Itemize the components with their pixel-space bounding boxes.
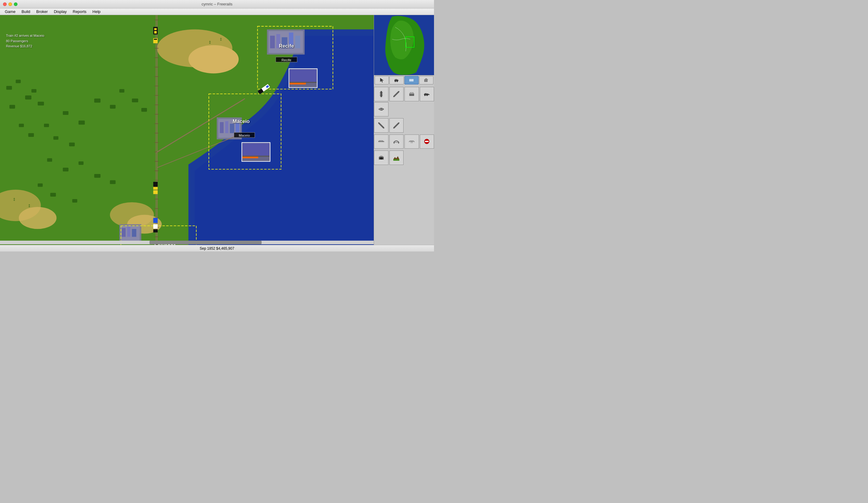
- tool-station[interactable]: [404, 87, 419, 101]
- svg-rect-35: [270, 35, 275, 48]
- svg-rect-163: [382, 141, 383, 142]
- svg-point-149: [425, 95, 426, 96]
- notification-line1: Train #2 arrives at Maceio: [6, 33, 44, 39]
- svg-rect-151: [428, 94, 430, 95]
- svg-rect-99: [290, 69, 317, 82]
- svg-rect-7: [6, 86, 12, 90]
- tool-track-diag2[interactable]: [389, 118, 404, 133]
- svg-rect-18: [53, 136, 59, 140]
- minimap-svg: [374, 15, 434, 75]
- svg-rect-12: [38, 102, 44, 105]
- svg-rect-97: [153, 182, 158, 187]
- menu-build[interactable]: Build: [19, 9, 32, 14]
- svg-rect-30: [38, 183, 43, 187]
- notification-line2: 80 Passengers: [6, 39, 44, 44]
- close-button[interactable]: [3, 2, 7, 6]
- menu-broker[interactable]: Broker: [34, 9, 50, 14]
- svg-rect-10: [9, 105, 15, 109]
- svg-rect-9: [25, 95, 31, 100]
- tool-track-diag1[interactable]: [374, 118, 389, 133]
- mode-buttons: [374, 75, 434, 85]
- minimap[interactable]: [374, 15, 434, 75]
- svg-rect-161: [379, 141, 380, 142]
- svg-rect-86: [154, 31, 157, 33]
- train-mode-icon: [394, 78, 399, 83]
- svg-rect-49: [127, 227, 130, 237]
- svg-rect-14: [28, 133, 34, 137]
- menu-reports[interactable]: Reports: [70, 9, 89, 14]
- svg-point-150: [427, 95, 428, 96]
- svg-rect-11: [31, 89, 37, 93]
- tool-track-ns[interactable]: [374, 87, 389, 101]
- svg-text:Maceio: Maceio: [233, 119, 249, 124]
- notification-line3: Revenue $16,872: [6, 44, 44, 49]
- svg-rect-95: [153, 224, 158, 229]
- svg-rect-96: [153, 229, 158, 232]
- svg-rect-27: [79, 161, 84, 165]
- tool-no-entry[interactable]: [420, 134, 434, 149]
- status-text: Sep 1852 $4,465,907: [200, 246, 235, 250]
- menu-game[interactable]: Game: [2, 9, 18, 14]
- svg-rect-32: [72, 199, 78, 202]
- scrollbar-thumb[interactable]: [149, 240, 262, 244]
- svg-rect-93: [153, 190, 158, 194]
- tool-bridge-arch[interactable]: [389, 134, 404, 149]
- tool-bridge-end[interactable]: [404, 134, 419, 149]
- svg-rect-85: [154, 28, 157, 30]
- svg-rect-15: [44, 124, 49, 127]
- svg-rect-16: [63, 111, 69, 115]
- svg-point-175: [380, 157, 383, 160]
- svg-rect-44: [230, 124, 235, 133]
- map-canvas[interactable]: ⚓ Recife Maceio Salvador Recife Maceio ‡…: [0, 15, 374, 245]
- svg-text:‡: ‡: [28, 204, 30, 208]
- notification-overlay: Train #2 arrives at Maceio 80 Passengers…: [6, 33, 44, 49]
- svg-point-153: [381, 109, 382, 110]
- main-layout: ⚓ Recife Maceio Salvador Recife Maceio ‡…: [0, 15, 434, 245]
- svg-rect-19: [69, 143, 75, 146]
- svg-text:‡: ‡: [13, 197, 16, 202]
- svg-line-141: [393, 91, 399, 97]
- svg-point-4: [19, 207, 56, 229]
- mode-cursor[interactable]: [375, 76, 389, 84]
- svg-rect-147: [425, 93, 427, 94]
- tool-bridge-flat[interactable]: [374, 134, 389, 149]
- svg-point-123: [395, 81, 396, 82]
- svg-text:‡: ‡: [209, 40, 211, 44]
- menu-help[interactable]: Help: [90, 9, 103, 14]
- tool-train[interactable]: [420, 87, 434, 101]
- mode-train[interactable]: [389, 76, 404, 84]
- tool-grid-row1: [374, 87, 434, 116]
- svg-rect-48: [122, 228, 126, 237]
- mode-build-track[interactable]: [404, 76, 418, 84]
- svg-rect-101: [290, 82, 317, 83]
- minimize-button[interactable]: [8, 2, 12, 6]
- tool-terraform[interactable]: [389, 151, 404, 165]
- menu-display[interactable]: Display: [52, 9, 69, 14]
- svg-rect-162: [381, 141, 381, 142]
- svg-rect-24: [141, 108, 147, 112]
- mode-demolish[interactable]: [419, 76, 433, 84]
- svg-rect-43: [225, 121, 228, 133]
- svg-rect-25: [47, 158, 52, 162]
- right-panel: [374, 15, 434, 245]
- titlebar-buttons[interactable]: [3, 2, 18, 6]
- svg-rect-13: [19, 124, 24, 127]
- svg-point-124: [397, 81, 398, 82]
- svg-rect-94: [153, 218, 158, 223]
- svg-rect-39: [295, 35, 300, 48]
- tool-grid-row2: [374, 118, 434, 133]
- maximize-button[interactable]: [14, 2, 18, 6]
- svg-rect-168: [398, 142, 399, 144]
- svg-rect-22: [119, 89, 124, 93]
- tool-overview[interactable]: [374, 102, 389, 117]
- tool-tunnel[interactable]: [374, 151, 389, 165]
- menubar: Game Build Broker Display Reports Help: [0, 9, 434, 15]
- game-viewport[interactable]: ⚓ Recife Maceio Salvador Recife Maceio ‡…: [0, 15, 374, 245]
- svg-rect-28: [94, 174, 101, 178]
- svg-rect-21: [110, 105, 116, 109]
- map-svg: ⚓ Recife Maceio Salvador Recife Maceio ‡…: [0, 15, 374, 245]
- tool-track-nesw[interactable]: [389, 87, 404, 101]
- svg-rect-105: [242, 156, 269, 156]
- svg-line-157: [393, 122, 399, 129]
- horizontal-scrollbar[interactable]: [0, 240, 374, 244]
